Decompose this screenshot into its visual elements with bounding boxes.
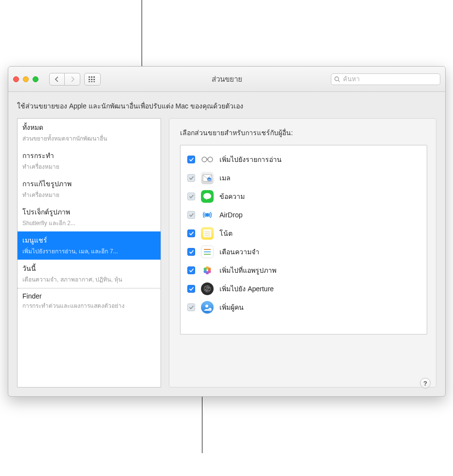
airdrop-icon xyxy=(201,209,214,221)
svg-text:@: @ xyxy=(208,178,211,181)
svg-rect-17 xyxy=(203,229,211,237)
sidebar-item-photo-projects[interactable]: โปรเจ็กต์รูปภาพ Shutterfly และอีก 2... xyxy=(18,203,161,231)
help-button[interactable]: ? xyxy=(420,378,431,388)
nav-buttons xyxy=(49,73,80,86)
sidebar-item-title: เมนูแชร์ xyxy=(22,235,156,246)
close-window-button[interactable] xyxy=(13,76,19,82)
svg-point-12 xyxy=(208,157,213,162)
sidebar-item-title: ทั้งหมด xyxy=(22,122,156,133)
extension-label: เพิ่มไปยังรายการอ่าน xyxy=(219,154,282,165)
category-sidebar: ทั้งหมด ส่วนขยายทั้งหมดจากนักพัฒนาอื่น ก… xyxy=(17,118,161,388)
svg-rect-3 xyxy=(89,79,90,80)
content-area: ทั้งหมด ส่วนขยายทั้งหมดจากนักพัฒนาอื่น ก… xyxy=(8,118,445,396)
extension-label: เพิ่มผู้คน xyxy=(219,302,244,313)
reminders-icon xyxy=(201,246,214,258)
aperture-icon xyxy=(201,282,214,295)
extension-label: เตือนความจำ xyxy=(219,247,259,257)
sidebar-item-subtitle: ทำเครื่องหมาย xyxy=(22,162,156,171)
extension-label: เพิ่มไปที่แอพรูปภาพ xyxy=(219,265,276,276)
extension-checkbox[interactable] xyxy=(187,174,195,182)
glasses-icon xyxy=(201,153,214,166)
sidebar-item-subtitle: Shutterfly และอีก 2... xyxy=(22,218,156,228)
extension-checkbox[interactable] xyxy=(187,211,195,219)
detail-panel: เลือกส่วนขยายสำหรับการแชร์กับผู้อื่น: เพ… xyxy=(169,118,436,388)
svg-rect-5 xyxy=(93,79,95,80)
svg-text:+: + xyxy=(209,308,211,311)
extension-checkbox[interactable] xyxy=(187,248,195,256)
extension-row: ข้อความ xyxy=(187,187,420,206)
preferences-window: ส่วนขยาย ใช้ส่วนขยายของ Apple และนักพัฒน… xyxy=(8,66,446,397)
extension-row: เพิ่มไปยัง Aperture xyxy=(187,280,420,298)
intro-text: ใช้ส่วนขยายของ Apple และนักพัฒนาอื่นเพื่… xyxy=(8,92,445,118)
svg-rect-7 xyxy=(91,81,92,82)
svg-rect-1 xyxy=(91,76,92,78)
search-input[interactable] xyxy=(343,75,437,83)
back-button[interactable] xyxy=(49,73,65,86)
minimize-window-button[interactable] xyxy=(23,76,29,82)
sidebar-item-actions[interactable]: การกระทำ ทำเครื่องหมาย xyxy=(18,147,161,175)
svg-point-11 xyxy=(202,157,207,162)
sidebar-item-subtitle: ส่วนขยายทั้งหมดจากนักพัฒนาอื่น xyxy=(22,134,156,143)
svg-rect-8 xyxy=(93,81,95,82)
extension-checkbox[interactable] xyxy=(187,285,195,293)
photos-icon xyxy=(201,264,214,277)
sidebar-item-subtitle: เตือนความจำ, สภาพอากาศ, ปฏิทิน, หุ้น xyxy=(22,275,156,284)
panel-heading: เลือกส่วนขยายสำหรับการแชร์กับผู้อื่น: xyxy=(180,127,427,138)
notes-icon xyxy=(201,227,214,240)
sidebar-item-all[interactable]: ทั้งหมด ส่วนขยายทั้งหมดจากนักพัฒนาอื่น xyxy=(18,119,161,147)
sidebar-item-subtitle: ทำเครื่องหมาย xyxy=(22,190,156,199)
extension-label: โน้ต xyxy=(219,228,233,239)
svg-point-29 xyxy=(204,267,207,270)
extension-checkbox[interactable] xyxy=(187,303,195,311)
svg-point-32 xyxy=(206,288,208,290)
show-all-button[interactable] xyxy=(84,73,101,86)
extension-row: AirDrop xyxy=(187,206,420,224)
svg-point-34 xyxy=(205,305,208,308)
svg-point-16 xyxy=(206,213,209,216)
contacts-icon: + xyxy=(201,301,214,314)
mail-icon: @ xyxy=(201,172,214,184)
extension-label: เพิ่มไปยัง Aperture xyxy=(219,283,274,294)
extension-row: @เมล xyxy=(187,169,420,187)
extensions-list: เพิ่มไปยังรายการอ่าน@เมลข้อความAirDropโน… xyxy=(180,145,427,335)
extension-checkbox[interactable] xyxy=(187,266,195,274)
search-field[interactable] xyxy=(331,73,440,85)
zoom-window-button[interactable] xyxy=(33,76,38,82)
sidebar-item-title: โปรเจ็กต์รูปภาพ xyxy=(22,207,156,217)
extension-row: เพิ่มไปที่แอพรูปภาพ xyxy=(187,261,420,280)
sidebar-item-share-menu[interactable]: เมนูแชร์ เพิ่มไปยังรายการอ่าน, เมล, และอ… xyxy=(18,231,161,260)
extension-label: ข้อความ xyxy=(219,191,245,202)
extension-row: เพิ่มไปยังรายการอ่าน xyxy=(187,150,420,169)
extension-checkbox[interactable] xyxy=(187,156,195,163)
extension-row: โน้ต xyxy=(187,224,420,243)
sidebar-item-title: การกระทำ xyxy=(22,150,156,161)
extension-row: +เพิ่มผู้คน xyxy=(187,298,420,317)
svg-line-10 xyxy=(338,80,340,82)
sidebar-item-title: วันนี้ xyxy=(22,263,156,274)
extension-checkbox[interactable] xyxy=(187,193,195,200)
svg-rect-4 xyxy=(91,79,92,80)
extension-row: เตือนความจำ xyxy=(187,243,420,261)
titlebar: ส่วนขยาย xyxy=(8,67,445,92)
svg-rect-2 xyxy=(93,76,95,78)
svg-point-9 xyxy=(335,77,339,81)
forward-button[interactable] xyxy=(65,73,80,86)
search-icon xyxy=(334,76,340,82)
extension-checkbox[interactable] xyxy=(187,229,195,237)
sidebar-item-photo-editing[interactable]: การแก้ไขรูปภาพ ทำเครื่องหมาย xyxy=(18,175,161,203)
sidebar-item-title: Finder xyxy=(22,292,156,300)
svg-rect-0 xyxy=(89,76,90,78)
sidebar-item-title: การแก้ไขรูปภาพ xyxy=(22,178,156,189)
window-controls xyxy=(13,76,38,82)
extension-label: AirDrop xyxy=(219,211,242,219)
sidebar-item-today[interactable]: วันนี้ เตือนความจำ, สภาพอากาศ, ปฏิทิน, ห… xyxy=(18,260,161,288)
messages-icon xyxy=(201,190,214,203)
sidebar-item-subtitle: เพิ่มไปยังรายการอ่าน, เมล, และอีก 7... xyxy=(22,247,156,256)
extension-label: เมล xyxy=(219,173,231,183)
sidebar-item-subtitle: การกระทำด่วนและแผงการแสดงตัวอย่าง xyxy=(22,301,156,310)
sidebar-item-finder[interactable]: Finder การกระทำด่วนและแผงการแสดงตัวอย่าง xyxy=(18,289,161,314)
svg-rect-6 xyxy=(89,81,90,82)
